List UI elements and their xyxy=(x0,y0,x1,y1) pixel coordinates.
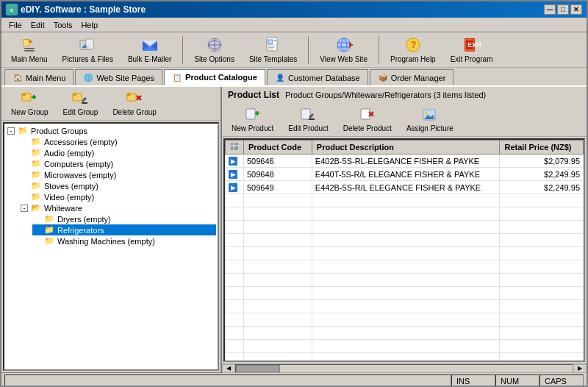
row-code: 509646 xyxy=(244,155,312,168)
tree-item-washing-machines[interactable]: 📁 Washing Machines (empty) xyxy=(32,235,216,246)
empty-cell xyxy=(244,234,312,247)
svg-rect-62 xyxy=(231,143,238,150)
program-help-label: Program Help xyxy=(390,55,436,63)
svg-rect-19 xyxy=(274,40,276,41)
empty-cell xyxy=(312,247,500,260)
svg-rect-55 xyxy=(361,109,370,119)
bulk-email-button[interactable]: Bulk E-Mailer xyxy=(121,35,178,65)
svg-point-61 xyxy=(425,111,428,114)
site-templates-button[interactable]: Site Templates xyxy=(243,35,304,65)
new-product-button[interactable]: New Product xyxy=(225,105,280,135)
menu-tools[interactable]: Tools xyxy=(49,20,77,30)
tab-main-menu[interactable]: 🏠 Main Menu xyxy=(4,69,74,85)
hscroll-right-button[interactable]: ▶ xyxy=(573,364,587,373)
tab-order-manager[interactable]: 📦 Order Manager xyxy=(370,69,454,85)
tree-item-stoves-folder-icon: 📁 xyxy=(31,181,41,191)
svg-rect-44 xyxy=(127,93,131,96)
delete-product-button[interactable]: Delete Product xyxy=(337,105,398,135)
hscroll-track[interactable] xyxy=(235,364,573,373)
empty-cell xyxy=(312,260,500,274)
empty-cell xyxy=(500,207,584,221)
product-toolbar: New Product Edit Product xyxy=(222,103,587,137)
tree-item-refrigerators[interactable]: 📁 Refrigerators xyxy=(32,224,216,235)
svg-rect-20 xyxy=(268,46,276,46)
tab-bar: 🏠 Main Menu 🌐 Web Site Pages 📋 Product C… xyxy=(1,68,587,87)
row-icon-cell: ▶ xyxy=(226,168,244,181)
tree-root-expand[interactable]: - xyxy=(7,127,15,135)
empty-cell xyxy=(500,234,584,247)
assign-picture-label: Assign Picture xyxy=(406,124,453,132)
tree-item-dryers[interactable]: 📁 Dryers (empty) xyxy=(32,213,216,224)
tree-root-folder-icon: 📁 xyxy=(18,126,28,135)
product-table-wrapper[interactable]: Product Code Product Description Retail … xyxy=(223,138,585,362)
tree-item-accessories-folder-icon: 📁 xyxy=(31,137,41,146)
tree-whiteware-children: 📁 Dryers (empty) 📁 Refrigerators 📁 Washi… xyxy=(32,213,216,246)
tab-web-site-pages[interactable]: 🌐 Web Site Pages xyxy=(75,69,162,85)
empty-cell xyxy=(500,313,584,327)
edit-product-button[interactable]: Edit Product xyxy=(282,105,334,135)
product-breadcrumb: Product Groups/Whiteware/Refrigerators (… xyxy=(285,90,486,99)
empty-cell xyxy=(226,340,244,353)
empty-cell xyxy=(312,221,500,234)
close-button[interactable]: ✕ xyxy=(570,4,582,15)
menu-help[interactable]: Help xyxy=(76,20,102,30)
table-row[interactable]: ▶509646E402B-5S-RL-ELEGANCE FISHER & PAY… xyxy=(226,155,584,168)
tree-root-label: Product Groups xyxy=(31,127,87,135)
tree-item-whiteware-expand[interactable]: - xyxy=(21,205,28,212)
tree-item-computers[interactable]: 📁 Computers (empty) xyxy=(19,158,216,169)
hscroll-thumb[interactable] xyxy=(236,365,280,372)
minimize-button[interactable]: — xyxy=(544,4,556,15)
pictures-files-button[interactable]: Pictures & Files xyxy=(55,35,119,65)
empty-cell xyxy=(312,274,500,287)
site-options-button[interactable]: Site Options xyxy=(187,35,240,65)
svg-rect-42 xyxy=(82,102,87,104)
table-row[interactable]: ▶509648E440T-5S-R/L ELEGANCE FISHER & PA… xyxy=(226,168,584,181)
assign-picture-icon xyxy=(421,107,439,123)
view-web-site-button[interactable]: View Web Site xyxy=(313,35,374,65)
empty-row xyxy=(226,327,584,340)
menu-edit[interactable]: Edit xyxy=(26,20,49,30)
assign-picture-button[interactable]: Assign Picture xyxy=(400,105,460,135)
main-menu-button[interactable]: Main Menu xyxy=(4,35,54,65)
status-panel-num: NUM xyxy=(495,374,539,388)
edit-group-button[interactable]: Edit Group xyxy=(57,89,105,118)
menu-file[interactable]: File xyxy=(4,20,26,30)
tree-item-video[interactable]: 📁 Video (empty) xyxy=(19,191,216,202)
tree-item-audio-folder-icon: 📁 xyxy=(31,148,41,157)
toolbar-sep-2 xyxy=(308,36,309,64)
empty-cell xyxy=(226,287,244,300)
tab-customer-database-icon: 👤 xyxy=(275,73,285,83)
delete-group-button[interactable]: Delete Group xyxy=(106,89,162,118)
tree-item-microwaves[interactable]: 📁 Microwaves (empty) xyxy=(19,169,216,180)
new-group-icon xyxy=(21,90,38,107)
exit-program-button[interactable]: EXIT Exit Program xyxy=(444,35,500,65)
tree-item-whiteware[interactable]: - 📂 Whiteware xyxy=(19,202,216,213)
hscroll-left-button[interactable]: ◀ xyxy=(222,364,235,373)
empty-row xyxy=(226,353,584,363)
view-web-site-label: View Web Site xyxy=(320,55,368,63)
empty-cell xyxy=(500,287,584,300)
tree-item-audio[interactable]: 📁 Audio (empty) xyxy=(19,147,216,158)
tab-product-catalogue-label: Product Catalogue xyxy=(185,73,257,82)
empty-cell xyxy=(244,221,312,234)
tree-item-stoves-label: Stoves (empty) xyxy=(44,182,98,191)
tab-product-catalogue[interactable]: 📋 Product Catalogue xyxy=(164,69,265,85)
table-row[interactable]: ▶509649E442B-5S-R/L ELEGANCE FISHER & PA… xyxy=(226,181,584,194)
empty-cell xyxy=(244,287,312,300)
edit-product-icon xyxy=(299,107,317,123)
tree-level1: 📁 Accessories (empty) 📁 Audio (empty) 📁 … xyxy=(19,136,216,246)
tree-item-stoves[interactable]: 📁 Stoves (empty) xyxy=(19,180,216,191)
tree-item-washing-machines-folder-icon: 📁 xyxy=(44,236,54,246)
empty-cell xyxy=(226,327,244,340)
empty-cell xyxy=(226,300,244,313)
new-product-label: New Product xyxy=(232,124,273,132)
tab-customer-database[interactable]: 👤 Customer Database xyxy=(267,69,368,85)
delete-product-icon xyxy=(359,107,376,123)
row-icon: ▶ xyxy=(229,170,237,179)
product-groups-tree[interactable]: - 📁 Product Groups 📁 Accessories (empty)… xyxy=(3,122,219,371)
tree-root[interactable]: - 📁 Product Groups xyxy=(6,125,216,136)
maximize-button[interactable]: □ xyxy=(557,4,569,15)
new-group-button[interactable]: New Group xyxy=(4,89,55,118)
program-help-button[interactable]: ? Program Help xyxy=(384,35,442,65)
tree-item-accessories[interactable]: 📁 Accessories (empty) xyxy=(19,136,216,147)
